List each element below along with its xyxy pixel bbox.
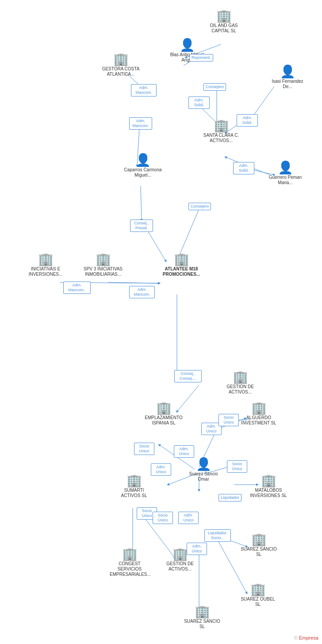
consejero2-badge[interactable]: Consejero (188, 203, 211, 210)
building-icon: 🏢 (261, 474, 276, 487)
building-icon: 🏢 (195, 605, 210, 618)
adm-mancom1-badge[interactable]: Adm. Mancom. (131, 84, 157, 96)
person-icon: 👤 (278, 162, 293, 174)
building-icon: 🏢 (216, 10, 232, 22)
emplazamiento-label: EMPLAZAMIENTO ISPANIA SL (144, 415, 184, 426)
oil-gas-node[interactable]: 🏢 OIL AND GAS CAPITAL SL (204, 10, 244, 34)
consej-presid-badge[interactable]: Consej., Presid. (130, 220, 153, 232)
guerrero-label: Guerrero Peman Maria... (265, 175, 305, 185)
adm-unico3-badge[interactable]: Adm. Único (151, 463, 171, 476)
suarez-sancio-sl2-node[interactable]: 🏢 SUAREZ SANCIO SL (182, 605, 222, 629)
iniciativas-node[interactable]: 🏢 INICIATIVAS E INVERSIONES... (26, 253, 65, 277)
socio-unico5-badge[interactable]: Socio Único (153, 512, 173, 524)
person-icon: 👤 (280, 66, 295, 78)
suarez-sancio-sl-label: SUAREZ SANCIO SL (239, 547, 279, 557)
building-icon: 🏢 (172, 548, 188, 560)
represent-badge[interactable]: Represent. (189, 54, 213, 62)
caparros-node[interactable]: 👤 Caparros Carmona Miguel... (123, 154, 163, 178)
alguerdo-label: ALGUERDO INVESTMENT SL (239, 415, 279, 426)
socio-unico2-badge[interactable]: Socio Único (134, 443, 154, 455)
consej-consej-badge[interactable]: Consej., Consej.... (174, 370, 202, 382)
watermark: © Empresa (294, 635, 318, 640)
gestion-activos-bot-label: GESTION DE ACTIVOS... (160, 561, 200, 572)
svg-line-11 (141, 186, 142, 220)
adm-mancom3-badge[interactable]: Adm. Mancom.. (63, 282, 91, 294)
sumarti-node[interactable]: 🏢 SUMARTI ACTIVOS SL (114, 474, 154, 498)
iniciativas-label: INICIATIVAS E INVERSIONES... (26, 266, 65, 277)
spv3-node[interactable]: 🏢 SPV 3 INICIATIVAS INMOBILIARIAS... (83, 253, 123, 277)
socio-unico1-badge[interactable]: Socio Único (218, 414, 239, 426)
adm-unico4-badge[interactable]: Adm. Único (178, 512, 199, 524)
alguerdo-node[interactable]: 🏢 ALGUERDO INVESTMENT SL (239, 402, 279, 426)
atlantee-node[interactable]: 🏢 ATLANTEE M18 PROMOCIONES... (157, 253, 206, 277)
adm-unico5-badge[interactable]: Adm. Único (187, 543, 207, 555)
building-icon: 🏢 (233, 371, 248, 383)
adm-mancom2-badge[interactable]: Adm. Mancom. (129, 117, 152, 130)
suarez-oubel-node[interactable]: 🏢 SUAREZ OUBEL SL (238, 583, 278, 607)
adm-solid2-badge[interactable]: Adm. Solid. (237, 114, 258, 127)
adm-solid1-badge[interactable]: Adm. Solid. (188, 96, 210, 109)
guerrero-node[interactable]: 👤 Guerrero Peman Maria... (265, 162, 305, 185)
network-canvas: 🏢 OIL AND GAS CAPITAL SL 👤 Blas Aritio M… (0, 0, 322, 644)
adm-solid3-badge[interactable]: Adm. Solid. (233, 162, 254, 174)
suarez-oubel-label: SUAREZ OUBEL SL (238, 597, 278, 607)
suarez-sancio-sl-node[interactable]: 🏢 SUAREZ SANCIO SL (239, 533, 279, 557)
liquidador-badge[interactable]: Liquidador (218, 494, 242, 501)
oil-gas-label: OIL AND GAS CAPITAL SL (204, 23, 244, 34)
adm-mancom4-badge[interactable]: Adm. Mancom. (129, 286, 155, 298)
congest-node[interactable]: 🏢 CONGEST SERVICIOS EMPRESARIALES... (110, 548, 150, 577)
matalobos-node[interactable]: 🏢 MATALOBOS INVERSIONES SL (249, 474, 288, 498)
socio-unico3-badge[interactable]: Socio Único (227, 460, 247, 473)
isasi-label: Isasi Fernandez De... (268, 79, 307, 89)
person-icon: 👤 (180, 39, 195, 51)
sumarti-label: SUMARTI ACTIVOS SL (114, 488, 154, 498)
building-icon: 🏢 (126, 474, 142, 487)
person-icon: 👤 (135, 154, 151, 166)
adm-unico2-badge[interactable]: Adm. Único (174, 445, 194, 458)
matalobos-label: MATALOBOS INVERSIONES SL (249, 488, 288, 498)
consejero1-badge[interactable]: Consejero (203, 83, 226, 91)
building-icon: 🏢 (214, 120, 229, 132)
suarez-person-label: Suarez Sancio Omar (184, 471, 223, 482)
emplazamiento-node[interactable]: 🏢 EMPLAZAMIENTO ISPANIA SL (144, 402, 184, 426)
gestora-label: GESTORA COSTA ATLANTICA... (101, 66, 141, 77)
santa-clara-node[interactable]: 🏢 SANTA CLARA C. ACTIVOS... (201, 120, 241, 143)
watermark-brand: Empresa (299, 635, 318, 640)
atlantee-label: ATLANTEE M18 PROMOCIONES... (157, 266, 206, 277)
gestion-activos-top-node[interactable]: 🏢 GESTION DE ACTIVOS... (220, 371, 260, 395)
person-icon: 👤 (196, 458, 211, 470)
liquidador-socio-badge[interactable]: Liquidador. Socio... (204, 529, 231, 542)
building-icon: 🏢 (113, 53, 129, 66)
suarez-person-node[interactable]: 👤 Suarez Sancio Omar (184, 458, 223, 482)
building-icon: 🏢 (250, 583, 266, 596)
svg-line-14 (108, 282, 159, 283)
building-icon-highlight: 🏢 (174, 253, 189, 266)
building-icon: 🏢 (156, 402, 172, 414)
building-icon: 🏢 (122, 548, 138, 560)
building-icon: 🏢 (96, 253, 111, 266)
building-icon: 🏢 (38, 253, 54, 266)
isasi-node[interactable]: 👤 Isasi Fernandez De... (268, 66, 307, 89)
congest-label: CONGEST SERVICIOS EMPRESARIALES... (110, 561, 150, 577)
gestora-node[interactable]: 🏢 GESTORA COSTA ATLANTICA... (101, 53, 141, 77)
caparros-label: Caparros Carmona Miguel... (123, 167, 163, 178)
building-icon: 🏢 (251, 402, 267, 414)
santa-clara-label: SANTA CLARA C. ACTIVOS... (201, 133, 241, 143)
suarez-sancio-sl2-label: SUAREZ SANCIO SL (182, 619, 222, 629)
spv3-label: SPV 3 INICIATIVAS INMOBILIARIAS... (83, 266, 123, 277)
gestion-activos-top-label: GESTION DE ACTIVOS... (220, 384, 260, 395)
building-icon: 🏢 (251, 533, 267, 546)
svg-line-12 (252, 86, 274, 117)
